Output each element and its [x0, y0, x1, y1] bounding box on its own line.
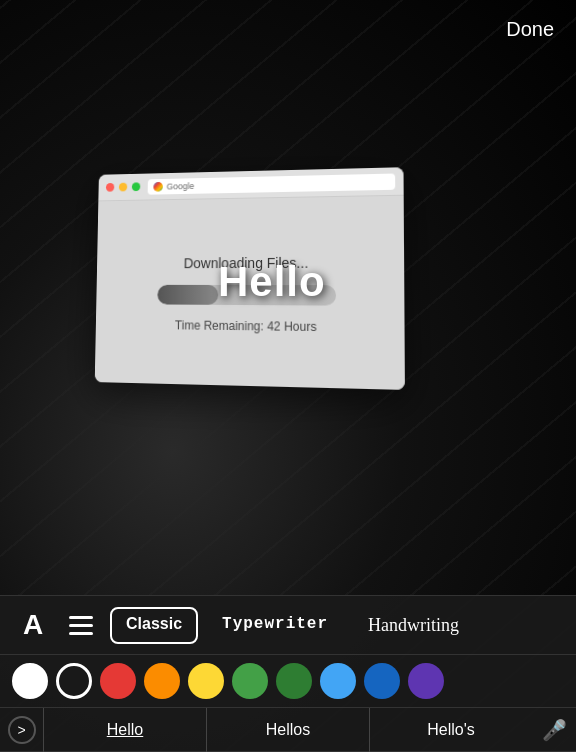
color-swatch-purple[interactable] [408, 663, 444, 699]
line-bar-3 [69, 632, 93, 635]
time-remaining: Time Remaining: 42 Hours [175, 318, 317, 334]
address-text: Google [167, 181, 195, 191]
browser-address-bar: Google [148, 173, 396, 194]
color-swatch-blue[interactable] [364, 663, 400, 699]
font-options: Classic Typewriter Handwriting [110, 607, 562, 644]
color-swatch-green[interactable] [276, 663, 312, 699]
font-row: A Classic Typewriter Handwriting [0, 596, 576, 655]
color-row [0, 655, 576, 708]
arrow-icon: > [17, 722, 25, 738]
google-icon [153, 181, 163, 191]
minimize-traffic-light [119, 183, 127, 192]
font-option-typewriter[interactable]: Typewriter [206, 607, 344, 644]
traffic-lights [106, 182, 140, 191]
hello-overlay-text: Hello [218, 258, 326, 306]
suggestion-hello[interactable]: Hello [44, 708, 207, 752]
close-traffic-light [106, 183, 114, 192]
color-swatch-white[interactable] [12, 663, 48, 699]
color-swatch-yellow[interactable] [188, 663, 224, 699]
font-option-classic[interactable]: Classic [110, 607, 198, 644]
color-swatch-orange[interactable] [144, 663, 180, 699]
done-button[interactable]: Done [506, 18, 554, 41]
text-align-button[interactable] [62, 606, 100, 644]
font-option-handwriting[interactable]: Handwriting [352, 607, 475, 644]
mic-icon: 🎤 [542, 718, 567, 742]
color-swatch-light-green[interactable] [232, 663, 268, 699]
suggestion-row: > Hello Hellos Hello's 🎤 [0, 708, 576, 752]
color-swatch-light-blue[interactable] [320, 663, 356, 699]
suggestion-hellos[interactable]: Hellos [207, 708, 370, 752]
suggestion-hellos-apos[interactable]: Hello's [370, 708, 532, 752]
arrow-circle: > [8, 716, 36, 744]
fullscreen-traffic-light [132, 182, 141, 191]
mic-button[interactable]: 🎤 [532, 708, 576, 752]
line-bar-1 [69, 616, 93, 619]
font-a-label: A [23, 609, 43, 641]
suggestion-items: Hello Hellos Hello's [44, 708, 532, 752]
font-size-button[interactable]: A [14, 606, 52, 644]
color-swatch-red[interactable] [100, 663, 136, 699]
suggestion-expand-button[interactable]: > [0, 708, 44, 752]
line-bar-2 [69, 624, 93, 627]
progress-bar-fill [157, 285, 218, 305]
bottom-toolbar: A Classic Typewriter Handwriting [0, 595, 576, 752]
color-swatch-black-outline[interactable] [56, 663, 92, 699]
